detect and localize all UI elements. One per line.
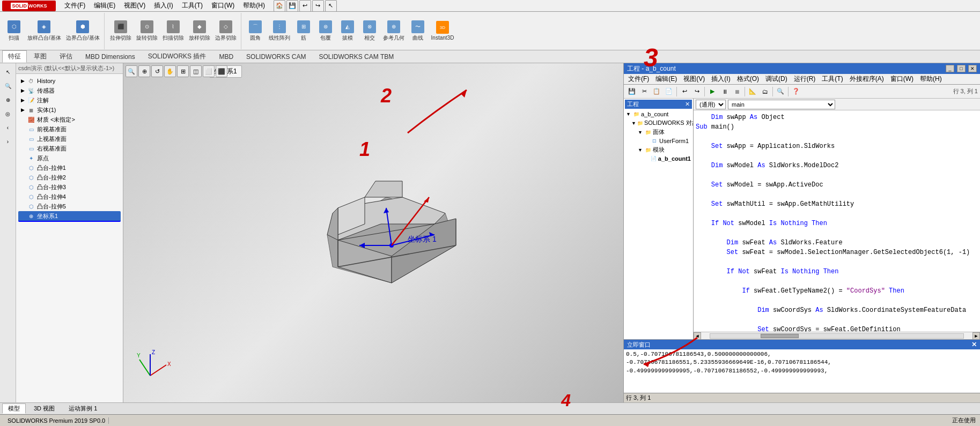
btn-boundary-cut[interactable]: ◇ 边界切除 bbox=[213, 19, 239, 43]
vp-btn-display[interactable]: ⬜ bbox=[203, 65, 215, 77]
tree-item-solid[interactable]: ▶ ◼ 实体(1) bbox=[18, 105, 121, 115]
sw-save-btn[interactable]: 💾 bbox=[286, 0, 298, 12]
vba-btn-stop[interactable]: ⏹ bbox=[731, 86, 743, 97]
btn-loft-cut[interactable]: ◆ 放样切除 bbox=[187, 19, 212, 43]
vp-btn-zoom-fit[interactable]: 🔍 bbox=[126, 65, 137, 77]
tree-item-extrude3[interactable]: ⬡ 凸台-拉伸3 bbox=[18, 182, 121, 192]
vba-btn-undo[interactable]: ↩ bbox=[679, 86, 690, 97]
vba-menu-file[interactable]: 文件(F) bbox=[625, 74, 652, 84]
vba-immediate-content[interactable]: 0.5,-0.707106781186543,0.500000000000006… bbox=[624, 349, 980, 393]
tree-item-extrude5[interactable]: ⬡ 凸台-拉伸5 bbox=[18, 201, 121, 211]
sw-redo-btn[interactable]: ↪ bbox=[312, 0, 324, 12]
bottom-tab-model[interactable]: 模型 bbox=[2, 403, 26, 414]
vp-btn-zoom-area[interactable]: ⊕ bbox=[138, 65, 150, 77]
menu-edit[interactable]: 编辑(E) bbox=[90, 0, 120, 11]
vba-btn-find[interactable]: 🔍 bbox=[775, 86, 786, 97]
vp-btn-view1[interactable]: ⊞ bbox=[177, 65, 189, 77]
hscroll-left-btn[interactable]: ◄ bbox=[694, 332, 701, 340]
bottom-tab-motion[interactable]: 运动算例 1 bbox=[63, 403, 103, 414]
vba-tree-project[interactable]: ▼ 📁 a_b_count bbox=[625, 110, 692, 118]
menu-insert[interactable]: 插入(I) bbox=[150, 0, 177, 11]
vba-menu-window[interactable]: 窗口(W) bbox=[887, 74, 917, 84]
hscroll-track[interactable] bbox=[710, 333, 964, 339]
btn-sweep-cut[interactable]: ⌇ 扫描切除 bbox=[160, 19, 186, 43]
btn-fillet[interactable]: ⌒ 圆角 bbox=[245, 19, 266, 43]
btn-loft[interactable]: ◈ 放样凸台/基体 bbox=[25, 19, 63, 43]
vba-menu-help[interactable]: 帮助(H) bbox=[917, 74, 945, 84]
vba-btn-save[interactable]: 💾 bbox=[626, 86, 638, 97]
vba-btn-copy[interactable]: 📋 bbox=[651, 86, 662, 97]
left-icon-circle[interactable]: ◎ bbox=[2, 107, 14, 120]
vba-immediate-close-btn[interactable]: ✕ bbox=[971, 341, 977, 348]
tab-evaluate[interactable]: 评估 bbox=[54, 50, 78, 63]
vba-btn-redo[interactable]: ↪ bbox=[691, 86, 703, 97]
tab-sw-addins[interactable]: SOLIDWORKS 插件 bbox=[142, 50, 212, 63]
menu-window[interactable]: 窗口(W) bbox=[207, 0, 239, 11]
tree-item-sensor[interactable]: ▶ 📡 传感器 bbox=[18, 86, 121, 95]
menu-file[interactable]: 文件(F) bbox=[60, 0, 90, 11]
vba-btn-project[interactable]: 🗂 bbox=[759, 86, 771, 97]
vba-tree-modules[interactable]: ▼ 📁 模块 bbox=[625, 145, 692, 154]
tree-item-extrude2[interactable]: ⬡ 凸台-拉伸2 bbox=[18, 173, 121, 182]
tree-item-right-plane[interactable]: ▭ 右视基准面 bbox=[18, 144, 121, 153]
tree-item-origin[interactable]: ✦ 原点 bbox=[18, 153, 121, 163]
btn-instant3d[interactable]: 3D Instant3D bbox=[429, 20, 456, 42]
hscroll-right-btn[interactable]: ► bbox=[972, 332, 980, 340]
left-icon-arrow[interactable]: ↖ bbox=[2, 65, 14, 78]
vba-proj-tree-close[interactable]: ✕ bbox=[685, 101, 690, 108]
vba-tree-userform1[interactable]: ⊡ UserForm1 bbox=[625, 137, 692, 145]
vba-tree-module1[interactable]: 📄 a_b_count1 bbox=[625, 154, 692, 163]
btn-extrude-cut[interactable]: ⬛ 拉伸切除 bbox=[108, 19, 134, 43]
vba-menu-format[interactable]: 格式(O) bbox=[734, 74, 762, 84]
vba-object-dropdown[interactable]: (通用) bbox=[696, 100, 726, 109]
vba-code-area[interactable]: Dim swApp As Object Sub main() Set swApp… bbox=[694, 110, 980, 332]
vp-btn-rotate[interactable]: ↺ bbox=[151, 65, 163, 77]
vp-btn-view2[interactable]: ◫ bbox=[190, 65, 202, 77]
menu-help[interactable]: 帮助(H) bbox=[239, 0, 269, 11]
tab-sw-cam-tbm[interactable]: SOLIDWORKS CAM TBM bbox=[313, 51, 400, 62]
bottom-tab-3dview[interactable]: 3D 视图 bbox=[28, 403, 61, 414]
btn-curves[interactable]: 〜 曲线 bbox=[407, 19, 429, 43]
left-icon-chevron-right[interactable]: › bbox=[2, 135, 14, 148]
tab-mbd-dim[interactable]: MBD Dimensions bbox=[79, 51, 141, 62]
menu-tools[interactable]: 工具(T) bbox=[178, 0, 207, 11]
vba-btn-paste[interactable]: 📄 bbox=[663, 86, 675, 97]
sw-select-btn[interactable]: ↖ bbox=[325, 0, 337, 12]
vba-menu-view[interactable]: 视图(V) bbox=[680, 74, 708, 84]
sw-home-btn[interactable]: 🏠 bbox=[274, 0, 285, 12]
vba-close-btn[interactable]: ✕ bbox=[968, 65, 977, 72]
tree-item-coordsys[interactable]: ⊕ 坐标系1 bbox=[18, 211, 121, 222]
btn-intersect[interactable]: ⊗ 相交 bbox=[359, 19, 380, 43]
vp-btn-shading[interactable]: ⬛ bbox=[216, 65, 227, 77]
btn-boundary[interactable]: ⬢ 边界凸台/基体 bbox=[64, 19, 102, 43]
tab-sw-cam[interactable]: SOLIDWORKS CAM bbox=[240, 51, 312, 62]
menu-view[interactable]: 视图(V) bbox=[120, 0, 150, 11]
btn-linear-pattern[interactable]: ⋮ 线性阵列 bbox=[267, 19, 292, 43]
btn-scan[interactable]: ⬡ 扫描 bbox=[3, 19, 25, 43]
vba-proc-dropdown[interactable]: main bbox=[728, 100, 835, 109]
tree-item-front-plane[interactable]: ▭ 前视基准面 bbox=[18, 124, 121, 134]
vba-minimize-btn[interactable]: _ bbox=[946, 65, 954, 72]
vba-btn-help[interactable]: ❓ bbox=[790, 86, 802, 97]
tab-features[interactable]: 特征 bbox=[2, 50, 27, 63]
btn-rib[interactable]: ⊞ 筋 bbox=[293, 19, 314, 43]
left-icon-chevron-left[interactable]: ‹ bbox=[2, 121, 14, 134]
vba-menu-debug[interactable]: 调试(D) bbox=[762, 74, 791, 84]
vba-btn-design[interactable]: 📐 bbox=[747, 86, 758, 97]
vba-maximize-btn[interactable]: □ bbox=[957, 65, 966, 72]
tree-item-annotation[interactable]: ▶ 📝 注解 bbox=[18, 95, 121, 105]
3d-viewport[interactable]: 🔍 ⊕ ↺ ✋ ⊞ ◫ ⬜ ⬛ 坐标系1 bbox=[123, 63, 623, 402]
vba-menu-addins[interactable]: 外接程序(A) bbox=[846, 74, 887, 84]
vp-btn-pan[interactable]: ✋ bbox=[164, 65, 176, 77]
tree-item-top-plane[interactable]: ▭ 上视基准面 bbox=[18, 134, 121, 144]
left-icon-zoom[interactable]: 🔍 bbox=[2, 79, 14, 92]
btn-wrap[interactable]: ⊛ 包覆 bbox=[315, 19, 336, 43]
vba-menu-tools[interactable]: 工具(T) bbox=[819, 74, 846, 84]
btn-revolve-cut[interactable]: ⊙ 旋转切除 bbox=[134, 19, 160, 43]
vba-hscrollbar[interactable]: ◄ ► bbox=[694, 332, 980, 339]
left-icon-target[interactable]: ⊕ bbox=[2, 93, 14, 106]
vba-btn-run[interactable]: ▶ bbox=[706, 86, 718, 97]
tab-mbd[interactable]: MBD bbox=[213, 51, 239, 62]
vba-tree-face[interactable]: ▼ 📁 面体 bbox=[625, 128, 692, 137]
hscroll-thumb[interactable] bbox=[761, 334, 799, 338]
